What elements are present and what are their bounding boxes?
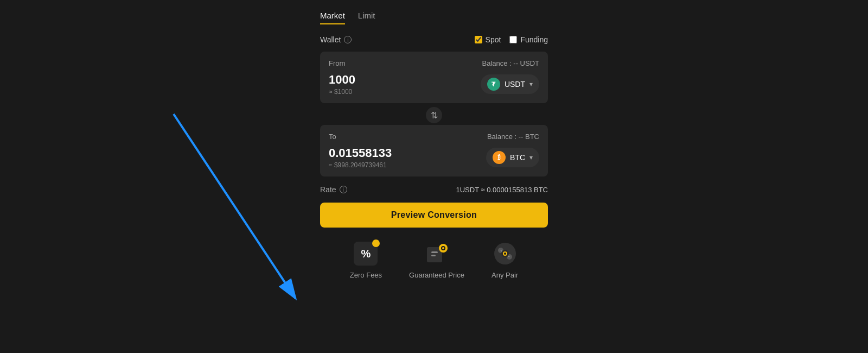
svg-rect-1 <box>431 251 438 253</box>
from-balance: Balance : -- USDT <box>482 59 539 67</box>
from-amount[interactable]: 1000 <box>329 73 355 87</box>
to-chevron-icon: ▾ <box>529 154 533 161</box>
from-usd: ≈ $1000 <box>329 88 355 96</box>
from-box: From Balance : -- USDT 1000 ≈ $1000 ₮ US… <box>320 52 548 103</box>
feature-any-pair: Any Pair <box>492 241 518 279</box>
from-currency-name: USDT <box>505 80 525 89</box>
btc-icon: ₿ <box>493 151 506 164</box>
swap-button[interactable]: ⇅ <box>426 107 442 123</box>
svg-point-12 <box>504 253 506 255</box>
to-amount: 0.01558133 <box>329 146 392 160</box>
to-box: To Balance : -- BTC 0.01558133 ≈ $998.20… <box>320 125 548 177</box>
to-label: To <box>329 133 336 141</box>
wallet-label: Wallet i <box>320 35 352 44</box>
tab-market[interactable]: Market <box>320 11 345 24</box>
to-currency-name: BTC <box>510 153 525 162</box>
tabs-container: Market Limit <box>320 11 548 24</box>
to-balance: Balance : -- BTC <box>487 133 539 141</box>
from-chevron-icon: ▾ <box>529 80 533 88</box>
percent-dot <box>372 239 380 247</box>
any-pair-icon <box>492 241 518 267</box>
swap-container: ⇅ <box>320 106 548 124</box>
svg-rect-2 <box>431 255 436 256</box>
from-amount-section: 1000 ≈ $1000 <box>329 73 355 96</box>
feature-guaranteed-price: Guaranteed Price <box>409 241 464 279</box>
main-panel: Market Limit Wallet i Spot Funding <box>320 11 548 279</box>
funding-label: Funding <box>520 35 548 44</box>
zero-fees-label: Zero Fees <box>350 271 382 279</box>
wallet-row: Wallet i Spot Funding <box>320 35 548 44</box>
funding-option[interactable]: Funding <box>509 35 548 44</box>
svg-point-5 <box>442 247 444 249</box>
any-pair-label: Any Pair <box>492 271 518 279</box>
features-row: Zero Fees Guaranteed Price <box>320 241 548 279</box>
from-label: From <box>329 59 345 67</box>
to-header: To Balance : -- BTC <box>329 133 539 141</box>
percent-icon <box>354 242 378 266</box>
guaranteed-price-icon-container <box>424 241 450 267</box>
tab-limit[interactable]: Limit <box>358 11 375 24</box>
from-content: 1000 ≈ $1000 ₮ USDT ▾ <box>329 73 539 96</box>
to-currency-selector[interactable]: ₿ BTC ▾ <box>486 148 539 167</box>
page-container: Market Limit Wallet i Spot Funding <box>0 0 868 353</box>
preview-conversion-button[interactable]: Preview Conversion <box>320 203 548 228</box>
spot-option[interactable]: Spot <box>475 35 501 44</box>
rate-value: 1USDT ≈ 0.0000155813 BTC <box>456 186 548 194</box>
to-content: 0.01558133 ≈ $998.2049739461 ₿ BTC ▾ <box>329 146 539 169</box>
from-currency-selector[interactable]: ₮ USDT ▾ <box>481 74 539 94</box>
rate-label: Rate i <box>320 185 347 194</box>
rate-row: Rate i 1USDT ≈ 0.0000155813 BTC <box>320 185 548 194</box>
spot-checkbox[interactable] <box>475 36 482 43</box>
rate-text: Rate <box>320 185 336 194</box>
usdt-icon: ₮ <box>487 78 500 91</box>
zero-fees-icon-container <box>353 241 379 267</box>
wallet-options: Spot Funding <box>475 35 548 44</box>
funding-checkbox[interactable] <box>509 36 517 43</box>
spot-label: Spot <box>486 35 501 44</box>
guaranteed-price-icon <box>424 241 450 267</box>
wallet-text: Wallet <box>320 35 341 44</box>
to-amount-section: 0.01558133 ≈ $998.2049739461 <box>329 146 392 169</box>
any-pair-icon-container <box>492 241 518 267</box>
guaranteed-price-label: Guaranteed Price <box>409 271 464 279</box>
rate-info-icon[interactable]: i <box>340 186 347 193</box>
from-header: From Balance : -- USDT <box>329 59 539 67</box>
to-usd: ≈ $998.2049739461 <box>329 161 392 169</box>
wallet-info-icon[interactable]: i <box>344 36 352 43</box>
feature-zero-fees: Zero Fees <box>350 241 382 279</box>
